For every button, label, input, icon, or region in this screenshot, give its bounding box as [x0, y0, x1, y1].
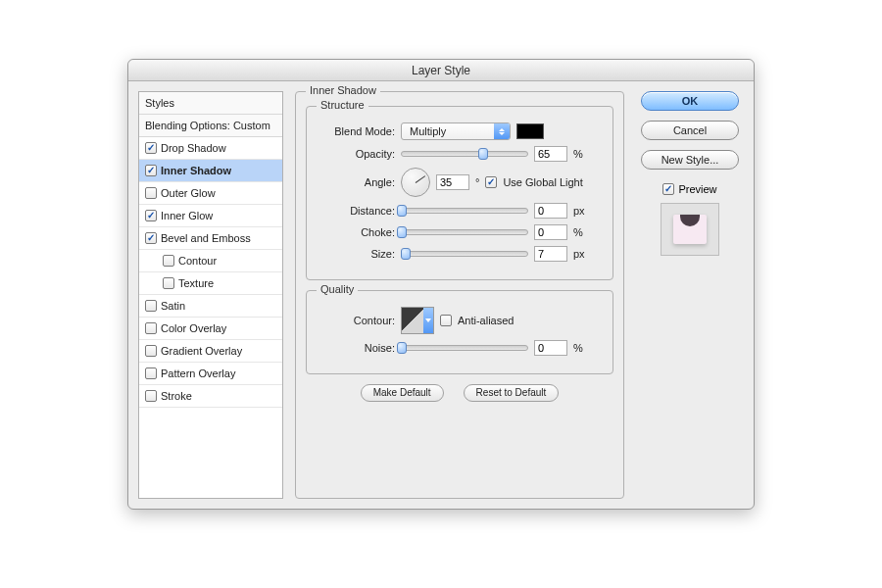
chevron-updown-icon [494, 123, 510, 139]
ok-button[interactable]: OK [641, 91, 739, 111]
cancel-button[interactable]: Cancel [641, 121, 739, 140]
style-item-label: Stroke [161, 390, 192, 402]
new-style-button[interactable]: New Style... [641, 150, 739, 170]
defaults-row: Make Default Reset to Default [306, 384, 613, 402]
inner-shadow-group: Inner Shadow Structure Blend Mode: Multi… [295, 91, 624, 499]
style-checkbox[interactable] [145, 142, 157, 154]
style-item-texture[interactable]: Texture [139, 272, 282, 295]
layer-style-dialog: Layer Style Styles Blending Options: Cus… [127, 59, 755, 510]
styles-header[interactable]: Styles [139, 92, 282, 115]
style-checkbox[interactable] [145, 368, 157, 379]
shadow-color-swatch[interactable] [516, 123, 544, 139]
global-light-checkbox[interactable] [485, 176, 497, 188]
choke-label: Choke: [318, 226, 395, 238]
contour-row: Contour: Anti-aliased [318, 307, 601, 334]
dialog-buttons: OK Cancel New Style... Preview [636, 91, 744, 499]
style-item-label: Texture [178, 277, 214, 289]
structure-legend: Structure [317, 99, 368, 111]
style-checkbox[interactable] [145, 300, 157, 312]
distance-input[interactable] [534, 203, 567, 219]
dialog-title: Layer Style [128, 60, 754, 81]
style-item-label: Pattern Overlay [161, 368, 235, 379]
style-checkbox[interactable] [145, 165, 157, 176]
style-checkbox[interactable] [163, 255, 174, 267]
inner-shadow-legend: Inner Shadow [306, 84, 380, 96]
size-unit: px [573, 248, 585, 260]
quality-legend: Quality [317, 283, 358, 295]
style-item-label: Bevel and Emboss [161, 232, 251, 244]
chevron-down-icon [423, 308, 433, 333]
angle-row: Angle: ° Use Global Light [318, 168, 601, 197]
choke-slider[interactable] [401, 229, 528, 235]
opacity-label: Opacity: [318, 148, 395, 160]
size-input[interactable] [534, 246, 567, 262]
style-checkbox[interactable] [145, 322, 157, 334]
styles-panel: Styles Blending Options: Custom Drop Sha… [138, 91, 283, 499]
style-checkbox[interactable] [163, 277, 174, 289]
style-checkbox[interactable] [145, 232, 157, 244]
preview-thumbnail [661, 203, 719, 256]
choke-row: Choke: % [318, 224, 601, 240]
style-item-label: Color Overlay [161, 322, 226, 334]
style-checkbox[interactable] [145, 390, 157, 402]
angle-dial[interactable] [401, 168, 430, 197]
style-item-label: Inner Glow [161, 210, 213, 221]
style-item-inner-shadow[interactable]: Inner Shadow [139, 160, 282, 182]
anti-aliased-label: Anti-aliased [458, 315, 514, 326]
blend-mode-select[interactable]: Multiply [401, 122, 511, 140]
style-item-contour[interactable]: Contour [139, 250, 282, 272]
opacity-row: Opacity: % [318, 146, 601, 162]
style-item-stroke[interactable]: Stroke [139, 385, 282, 408]
reset-default-button[interactable]: Reset to Default [464, 384, 560, 402]
noise-input[interactable] [534, 340, 567, 356]
style-item-label: Satin [161, 300, 185, 312]
noise-row: Noise: % [318, 340, 601, 356]
settings-panel: Inner Shadow Structure Blend Mode: Multi… [295, 91, 624, 499]
structure-group: Structure Blend Mode: Multiply Opacity: [306, 106, 613, 280]
blend-mode-value: Multiply [402, 125, 494, 137]
distance-slider[interactable] [401, 208, 528, 214]
noise-slider[interactable] [401, 345, 528, 351]
size-row: Size: px [318, 246, 601, 262]
preview-shape-icon [673, 215, 707, 244]
opacity-unit: % [573, 148, 583, 160]
distance-row: Distance: px [318, 203, 601, 219]
style-checkbox[interactable] [145, 187, 157, 199]
contour-label: Contour: [318, 315, 395, 326]
blend-mode-row: Blend Mode: Multiply [318, 122, 601, 140]
style-checkbox[interactable] [145, 210, 157, 221]
choke-input[interactable] [534, 224, 567, 240]
anti-aliased-checkbox[interactable] [440, 315, 452, 326]
make-default-button[interactable]: Make Default [361, 384, 444, 402]
contour-picker[interactable] [401, 307, 434, 334]
style-item-satin[interactable]: Satin [139, 295, 282, 318]
angle-input[interactable] [436, 174, 469, 190]
preview-label: Preview [678, 183, 716, 195]
style-item-outer-glow[interactable]: Outer Glow [139, 182, 282, 205]
style-item-bevel-and-emboss[interactable]: Bevel and Emboss [139, 227, 282, 250]
global-light-label: Use Global Light [503, 176, 582, 188]
choke-unit: % [573, 226, 583, 238]
style-item-label: Drop Shadow [161, 142, 226, 154]
style-item-drop-shadow[interactable]: Drop Shadow [139, 137, 282, 160]
style-item-inner-glow[interactable]: Inner Glow [139, 205, 282, 227]
contour-ramp-icon [402, 308, 423, 333]
preview-checkbox[interactable] [662, 183, 674, 195]
noise-label: Noise: [318, 342, 395, 354]
opacity-input[interactable] [534, 146, 567, 162]
distance-unit: px [573, 205, 585, 217]
size-slider[interactable] [401, 251, 528, 257]
preview-row: Preview [662, 183, 716, 195]
noise-unit: % [573, 342, 583, 354]
style-item-color-overlay[interactable]: Color Overlay [139, 318, 282, 340]
style-item-label: Contour [178, 255, 217, 267]
size-label: Size: [318, 248, 395, 260]
blending-options-row[interactable]: Blending Options: Custom [139, 115, 282, 137]
angle-unit: ° [475, 176, 479, 188]
quality-group: Quality Contour: Anti-aliased Noise: [306, 290, 613, 374]
style-item-pattern-overlay[interactable]: Pattern Overlay [139, 363, 282, 385]
style-item-label: Gradient Overlay [161, 345, 242, 357]
style-checkbox[interactable] [145, 345, 157, 357]
style-item-gradient-overlay[interactable]: Gradient Overlay [139, 340, 282, 363]
opacity-slider[interactable] [401, 151, 528, 157]
